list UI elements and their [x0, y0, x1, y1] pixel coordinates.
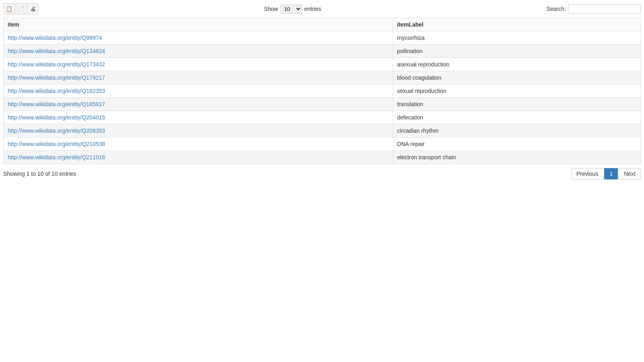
cell-item: http://www.wikidata.org/entity/Q185917	[4, 98, 393, 111]
cell-item: http://www.wikidata.org/entity/Q99974	[4, 31, 393, 45]
search-bar: Search:	[547, 4, 641, 14]
entries-summary: Showing 1 to 10 of 10 entries	[3, 171, 76, 177]
cell-itemlabel: defecation	[393, 111, 640, 124]
item-link[interactable]: http://www.wikidata.org/entity/Q210538	[8, 141, 105, 147]
cell-itemlabel: pollination	[393, 45, 640, 58]
item-link[interactable]: http://www.wikidata.org/entity/Q134624	[8, 48, 105, 54]
cell-itemlabel: circadian rhythm	[393, 124, 640, 138]
cell-item: http://www.wikidata.org/entity/Q208353	[4, 124, 393, 138]
table-row: http://www.wikidata.org/entity/Q99974myc…	[4, 31, 641, 45]
col-itemlabel: itemLabel	[393, 18, 640, 31]
page-1-button[interactable]: 1	[604, 168, 618, 179]
print-icon-button[interactable]: 🖨	[27, 3, 39, 14]
table-body: http://www.wikidata.org/entity/Q99974myc…	[4, 31, 641, 164]
cell-item: http://www.wikidata.org/entity/Q134624	[4, 45, 393, 58]
search-input[interactable]	[568, 4, 641, 14]
search-label: Search:	[547, 6, 566, 12]
item-link[interactable]: http://www.wikidata.org/entity/Q179217	[8, 74, 105, 81]
bottom-bar: Showing 1 to 10 of 10 entries Previous 1…	[3, 168, 641, 179]
cell-itemlabel: asexual reproduction	[393, 58, 640, 71]
copy-icon-button[interactable]: 📋	[3, 3, 14, 14]
cell-item: http://www.wikidata.org/entity/Q179217	[4, 71, 393, 84]
item-link[interactable]: http://www.wikidata.org/entity/Q208353	[8, 128, 105, 134]
table-row: http://www.wikidata.org/entity/Q173432as…	[4, 58, 641, 71]
col-item: item	[4, 18, 393, 31]
table-row: http://www.wikidata.org/entity/Q208353ci…	[4, 124, 641, 138]
table-row: http://www.wikidata.org/entity/Q210538DN…	[4, 138, 641, 151]
table-row: http://www.wikidata.org/entity/Q134624po…	[4, 45, 641, 58]
show-label: Show	[264, 6, 278, 12]
item-link[interactable]: http://www.wikidata.org/entity/Q99974	[8, 35, 102, 41]
cell-item: http://www.wikidata.org/entity/Q210538	[4, 138, 393, 151]
data-table: item itemLabel http://www.wikidata.org/e…	[3, 18, 641, 164]
table-row: http://www.wikidata.org/entity/Q204015de…	[4, 111, 641, 124]
cell-itemlabel: translation	[393, 98, 640, 111]
cell-itemlabel: electron transport chain	[393, 151, 640, 164]
next-button[interactable]: Next	[619, 168, 641, 179]
show-entries-control: Show 10 25 50 100 entries	[264, 4, 321, 14]
item-link[interactable]: http://www.wikidata.org/entity/Q211016	[8, 154, 105, 160]
item-link[interactable]: http://www.wikidata.org/entity/Q173432	[8, 61, 105, 68]
cell-itemlabel: DNA repair	[393, 138, 640, 151]
previous-button[interactable]: Previous	[571, 168, 603, 179]
table-row: http://www.wikidata.org/entity/Q185917tr…	[4, 98, 641, 111]
cell-itemlabel: mycorrhiza	[393, 31, 640, 45]
table-header: item itemLabel	[4, 18, 641, 31]
item-link[interactable]: http://www.wikidata.org/entity/Q185917	[8, 101, 105, 107]
pagination: Previous 1 Next	[571, 168, 641, 179]
entries-label: entries	[304, 6, 321, 12]
entries-select[interactable]: 10 25 50 100	[281, 4, 302, 14]
toolbar-icons: 📋 📄 🖨	[3, 3, 39, 14]
cell-item: http://www.wikidata.org/entity/Q204015	[4, 111, 393, 124]
csv-icon-button[interactable]: 📄	[15, 3, 27, 14]
table-row: http://www.wikidata.org/entity/Q179217bl…	[4, 71, 641, 84]
table-row: http://www.wikidata.org/entity/Q182353se…	[4, 84, 641, 98]
table-row: http://www.wikidata.org/entity/Q211016el…	[4, 151, 641, 164]
cell-item: http://www.wikidata.org/entity/Q173432	[4, 58, 393, 71]
cell-item: http://www.wikidata.org/entity/Q182353	[4, 84, 393, 98]
item-link[interactable]: http://www.wikidata.org/entity/Q204015	[8, 114, 105, 121]
cell-itemlabel: blood coagulation	[393, 71, 640, 84]
cell-item: http://www.wikidata.org/entity/Q211016	[4, 151, 393, 164]
item-link[interactable]: http://www.wikidata.org/entity/Q182353	[8, 88, 105, 94]
cell-itemlabel: sexual reproduction	[393, 84, 640, 98]
top-bar: 📋 📄 🖨 Show 10 25 50 100 entries Search:	[3, 3, 641, 14]
